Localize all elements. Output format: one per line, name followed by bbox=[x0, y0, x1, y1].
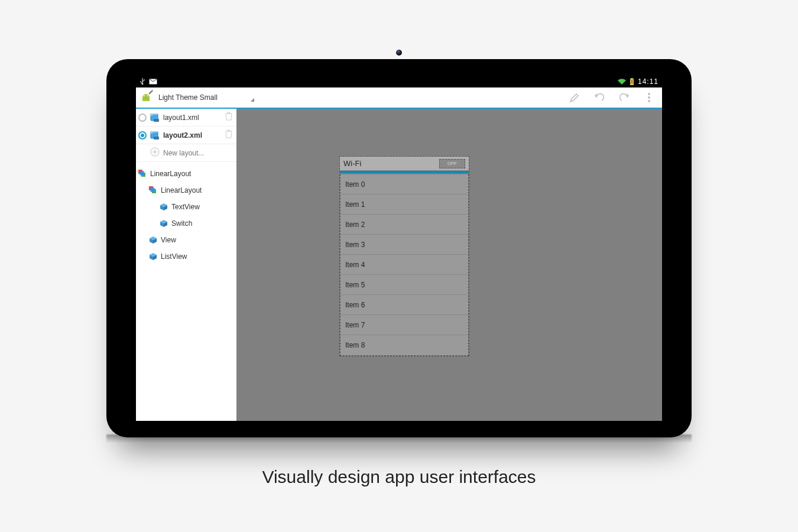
svg-rect-11 bbox=[154, 137, 159, 140]
theme-selector[interactable]: Light Theme Small bbox=[157, 91, 254, 104]
app-logo-icon bbox=[138, 90, 154, 105]
list-item-label: Item 8 bbox=[345, 341, 365, 349]
usb-icon bbox=[140, 78, 145, 85]
preview-switch[interactable]: OFF bbox=[439, 159, 465, 168]
svg-point-6 bbox=[648, 97, 650, 99]
tree-node-view[interactable]: View bbox=[138, 232, 234, 248]
android-status-bar: 14:11 bbox=[136, 76, 662, 87]
layout-icon bbox=[138, 170, 147, 178]
file-label: layout1.xml bbox=[163, 113, 221, 122]
preview-listview[interactable]: Item 0 Item 1 Item 2 Item 3 Item 4 Item … bbox=[340, 174, 469, 356]
marketing-caption: Visually design app user interfaces bbox=[0, 467, 798, 487]
preview-header-row[interactable]: Wi-Fi OFF bbox=[340, 157, 469, 171]
radio-unchecked-icon[interactable] bbox=[138, 113, 147, 122]
widget-icon bbox=[160, 219, 168, 228]
list-item-label: Item 7 bbox=[345, 321, 365, 329]
tree-label: Switch bbox=[171, 219, 192, 228]
new-layout-row[interactable]: New layout... bbox=[136, 144, 236, 162]
tree-node-listview[interactable]: ListView bbox=[138, 248, 234, 265]
list-item[interactable]: Item 6 bbox=[340, 295, 468, 315]
list-item[interactable]: Item 0 bbox=[340, 174, 468, 194]
tree-label: LinearLayout bbox=[150, 170, 191, 178]
redo-icon bbox=[618, 92, 630, 103]
design-canvas[interactable]: Wi-Fi OFF Item 0 Item 1 Item 2 Item 3 It… bbox=[236, 109, 662, 421]
wifi-icon bbox=[618, 78, 626, 85]
tree-node-switch[interactable]: Switch bbox=[138, 215, 234, 232]
svg-point-5 bbox=[648, 93, 650, 95]
svg-point-3 bbox=[144, 95, 145, 96]
overflow-menu-button[interactable] bbox=[638, 88, 660, 107]
tree-node-linearlayout-root[interactable]: LinearLayout bbox=[138, 166, 234, 182]
list-item[interactable]: Item 4 bbox=[340, 255, 468, 275]
theme-label: Light Theme Small bbox=[158, 93, 218, 102]
list-item-label: Item 3 bbox=[345, 241, 365, 249]
preview-root[interactable]: Wi-Fi OFF Item 0 Item 1 Item 2 Item 3 It… bbox=[339, 156, 469, 356]
redo-button[interactable] bbox=[614, 88, 635, 107]
sidebar: layout1.xml layout2.xml bbox=[136, 109, 236, 421]
tablet-camera bbox=[396, 50, 402, 56]
switch-label: OFF bbox=[447, 161, 457, 166]
battery-icon bbox=[630, 78, 634, 85]
undo-icon bbox=[593, 92, 605, 103]
radio-checked-icon[interactable] bbox=[138, 131, 147, 140]
edit-button[interactable] bbox=[564, 88, 585, 107]
trash-icon[interactable] bbox=[225, 112, 233, 123]
list-item[interactable]: Item 7 bbox=[340, 315, 468, 335]
file-row-layout1[interactable]: layout1.xml bbox=[136, 109, 236, 126]
trash-icon[interactable] bbox=[225, 129, 233, 141]
tree-label: ListView bbox=[161, 252, 187, 261]
widget-icon bbox=[160, 203, 168, 211]
layout-icon bbox=[149, 186, 157, 194]
tree-label: LinearLayout bbox=[161, 186, 202, 194]
mail-icon bbox=[149, 79, 157, 85]
svg-rect-2 bbox=[631, 78, 632, 79]
xml-file-icon bbox=[150, 131, 160, 140]
widget-icon bbox=[149, 236, 157, 244]
tablet-shadow bbox=[106, 434, 692, 443]
new-layout-label: New layout... bbox=[163, 149, 233, 157]
list-item-label: Item 2 bbox=[345, 220, 365, 229]
tablet-frame: 14:11 Light Theme Small bbox=[106, 59, 692, 437]
list-item[interactable]: Item 2 bbox=[340, 215, 468, 235]
status-clock: 14:11 bbox=[638, 77, 658, 86]
preview-divider bbox=[340, 171, 469, 173]
list-item[interactable]: Item 5 bbox=[340, 275, 468, 295]
list-item-label: Item 1 bbox=[345, 200, 365, 209]
tree-label: TextView bbox=[171, 203, 200, 211]
pencil-icon bbox=[569, 92, 580, 103]
list-item-label: Item 4 bbox=[345, 261, 365, 269]
svg-rect-15 bbox=[140, 171, 144, 176]
file-row-layout2[interactable]: layout2.xml bbox=[136, 126, 236, 144]
list-item-label: Item 0 bbox=[345, 180, 365, 189]
list-item[interactable]: Item 1 bbox=[340, 194, 468, 215]
list-item[interactable]: Item 8 bbox=[340, 335, 468, 355]
svg-point-7 bbox=[648, 100, 650, 102]
list-item-label: Item 5 bbox=[345, 281, 365, 289]
list-item-label: Item 6 bbox=[345, 301, 365, 309]
device-screen: 14:11 Light Theme Small bbox=[136, 76, 662, 421]
tree-label: View bbox=[161, 236, 176, 244]
preview-header-title: Wi-Fi bbox=[343, 159, 361, 168]
file-label: layout2.xml bbox=[163, 131, 221, 140]
add-icon bbox=[150, 147, 160, 158]
dropdown-indicator-icon bbox=[251, 98, 254, 102]
svg-rect-18 bbox=[151, 188, 155, 192]
tree-node-linearlayout-child[interactable]: LinearLayout bbox=[138, 182, 234, 199]
xml-file-icon bbox=[150, 113, 160, 122]
svg-rect-9 bbox=[154, 119, 159, 122]
widget-icon bbox=[149, 252, 157, 261]
app-toolbar: Light Theme Small bbox=[136, 87, 662, 109]
tree-node-textview[interactable]: TextView bbox=[138, 199, 234, 215]
overflow-icon bbox=[643, 92, 655, 103]
svg-point-4 bbox=[147, 95, 148, 96]
list-item[interactable]: Item 3 bbox=[340, 235, 468, 255]
undo-button[interactable] bbox=[589, 88, 610, 107]
